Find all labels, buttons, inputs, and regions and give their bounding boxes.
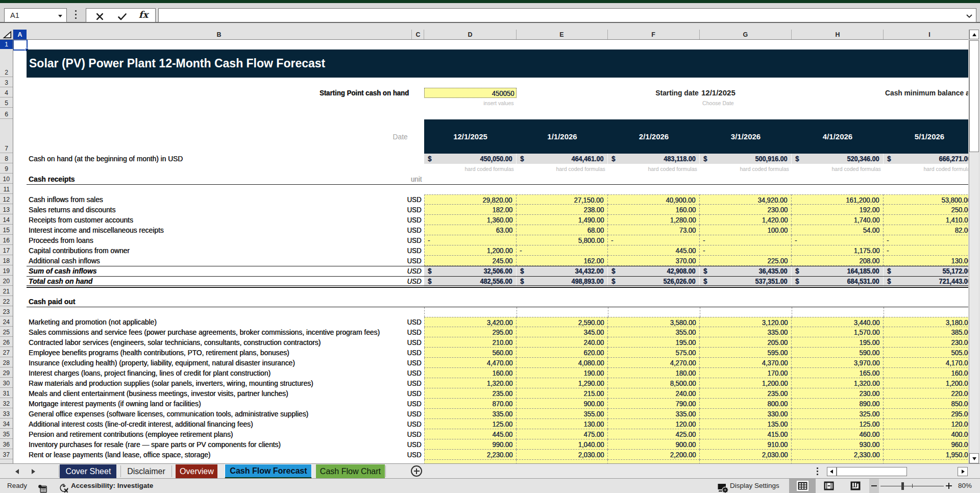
- normal-view-button[interactable]: [789, 479, 816, 493]
- status-display-settings[interactable]: Display Settings: [730, 479, 779, 493]
- receipt-value-cell[interactable]: 445.00: [608, 245, 700, 256]
- receipt-value-cell[interactable]: 192.00: [792, 205, 884, 215]
- paidout-value-cell[interactable]: 1,570.00: [792, 327, 884, 337]
- receipt-value-cell[interactable]: -: [700, 245, 792, 256]
- receipt-value-cell[interactable]: -: [884, 245, 968, 256]
- row-header-6[interactable]: 6: [0, 108, 13, 119]
- row-header-35[interactable]: 35: [0, 429, 13, 439]
- receipt-value-cell[interactable]: 73.00: [608, 225, 700, 235]
- new-sheet-button[interactable]: [411, 465, 422, 477]
- paidout-value-cell[interactable]: 595.00: [700, 348, 792, 358]
- paidout-value-cell[interactable]: 3,180.00: [884, 317, 968, 327]
- total-cash-on-hand-value[interactable]: $482,556.00: [424, 276, 517, 286]
- receipt-value-cell[interactable]: 230.00: [700, 205, 792, 215]
- paidout-value-cell[interactable]: 210.00: [424, 337, 517, 348]
- paidout-value-cell[interactable]: 4,470.00: [424, 358, 517, 368]
- total-cash-on-hand-value[interactable]: $684,531.00: [792, 276, 884, 286]
- empty-input-cell[interactable]: [608, 460, 700, 463]
- paidout-value-cell[interactable]: 3,120.00: [700, 317, 792, 327]
- paidout-value-cell[interactable]: 120.00: [884, 419, 968, 429]
- sheet-tab-cash-flow-forecast[interactable]: Cash Flow Forecast: [225, 464, 312, 479]
- row-header-5[interactable]: 5: [0, 98, 13, 108]
- paidout-value-cell[interactable]: 130.00: [517, 419, 608, 429]
- row-header-11[interactable]: 11: [0, 184, 13, 194]
- cash-on-hand-value[interactable]: $666,271.00: [884, 154, 968, 164]
- paidout-value-cell[interactable]: 4,270.00: [608, 358, 700, 368]
- sheet-tab-overview[interactable]: Overview: [176, 464, 217, 478]
- row-header-2[interactable]: 2: [0, 50, 13, 77]
- scroll-left-button[interactable]: [827, 467, 837, 476]
- empty-input-cell[interactable]: [884, 460, 968, 463]
- paidout-value-cell[interactable]: 990.00: [424, 439, 517, 450]
- row-header-36[interactable]: 36: [0, 439, 13, 449]
- total-cash-on-hand-value[interactable]: $526,026.00: [608, 276, 700, 286]
- tab-scroll-left-icon[interactable]: [15, 469, 19, 474]
- row-header-28[interactable]: 28: [0, 358, 13, 367]
- paidout-value-cell[interactable]: 1,040.00: [517, 439, 608, 450]
- row-header-12[interactable]: 12: [0, 194, 13, 204]
- paidout-value-cell[interactable]: 460.00: [792, 429, 884, 439]
- row-header-25[interactable]: 25: [0, 327, 13, 337]
- empty-input-cell[interactable]: [517, 460, 608, 463]
- row-header-30[interactable]: 30: [0, 378, 13, 388]
- paidout-value-cell[interactable]: 4,370.00: [700, 358, 792, 368]
- row-header-10[interactable]: 10: [0, 174, 13, 184]
- paidout-value-cell[interactable]: 3,970.00: [792, 358, 884, 368]
- paidout-value-cell[interactable]: 850.00: [884, 399, 968, 409]
- paidout-value-cell[interactable]: 385.00: [884, 327, 968, 337]
- horizontal-scroll-thumb[interactable]: [837, 467, 907, 476]
- paidout-value-cell[interactable]: 3,440.00: [792, 317, 884, 327]
- paidout-value-cell[interactable]: 575.00: [608, 348, 700, 358]
- sheet-tab-cover-sheet[interactable]: Cover Sheet: [60, 464, 116, 478]
- paidout-value-cell[interactable]: 900.00: [608, 439, 700, 450]
- scroll-up-button[interactable]: [969, 30, 979, 39]
- column-header-I[interactable]: I: [884, 30, 968, 39]
- paidout-value-cell[interactable]: 195.00: [792, 337, 884, 348]
- sheet-tab-cash-flow-chart[interactable]: Cash Flow Chart: [316, 464, 385, 478]
- sheet-grid[interactable]: Solar (PV) Power Plant 12-Month Cash Flo…: [13, 40, 968, 463]
- zoom-out-button[interactable]: [869, 479, 879, 493]
- cash-on-hand-value[interactable]: $500,916.00: [700, 154, 792, 164]
- receipt-value-cell[interactable]: 160.00: [608, 205, 700, 215]
- receipt-value-cell[interactable]: -: [608, 235, 700, 245]
- row-header-34[interactable]: 34: [0, 419, 13, 429]
- page-break-view-button[interactable]: [842, 479, 869, 493]
- macro-record-icon[interactable]: [38, 482, 47, 493]
- paidout-value-cell[interactable]: 2,200.00: [608, 450, 700, 460]
- row-header-7[interactable]: 7: [0, 119, 13, 153]
- receipt-value-cell[interactable]: 53,800.00: [884, 194, 968, 205]
- paidout-value-cell[interactable]: 1,320.00: [424, 378, 517, 388]
- receipt-value-cell[interactable]: -: [884, 235, 968, 245]
- receipt-value-cell[interactable]: 1,740.00: [792, 215, 884, 225]
- receipt-value-cell[interactable]: 225.00: [700, 256, 792, 266]
- paidout-value-cell[interactable]: 205.00: [700, 337, 792, 348]
- column-header-D[interactable]: D: [424, 30, 517, 39]
- column-header-G[interactable]: G: [700, 30, 792, 39]
- paidout-value-cell[interactable]: 3,420.00: [424, 317, 517, 327]
- receipt-value-cell[interactable]: -: [517, 245, 608, 256]
- sum-of-cash-inflows-value[interactable]: $55,172.00: [884, 266, 968, 276]
- receipt-value-cell[interactable]: -: [424, 235, 517, 245]
- tabbar-kebab-icon[interactable]: [817, 467, 819, 477]
- row-header-18[interactable]: 18: [0, 256, 13, 265]
- row-header-13[interactable]: 13: [0, 205, 13, 214]
- paidout-value-cell[interactable]: 560.00: [424, 348, 517, 358]
- paidout-value-cell[interactable]: 2,030.00: [700, 450, 792, 460]
- tab-scroll-right-icon[interactable]: [32, 469, 35, 474]
- paidout-value-cell[interactable]: 1,290.00: [517, 378, 608, 388]
- empty-input-cell[interactable]: [792, 460, 884, 463]
- receipt-value-cell[interactable]: 130.00: [884, 256, 968, 266]
- empty-input-cell[interactable]: [424, 460, 517, 463]
- paidout-value-cell[interactable]: 230.00: [884, 337, 968, 348]
- paidout-value-cell[interactable]: 295.00: [424, 327, 517, 337]
- paidout-value-cell[interactable]: 3,580.00: [608, 317, 700, 327]
- paidout-value-cell[interactable]: 215.00: [517, 388, 608, 399]
- row-header-19[interactable]: 19: [0, 266, 13, 276]
- row-header-32[interactable]: 32: [0, 399, 13, 408]
- status-accessibility[interactable]: Accessibility: Investigate: [71, 479, 153, 493]
- row-header-20[interactable]: 20: [0, 276, 13, 286]
- paidout-value-cell[interactable]: 335.00: [424, 409, 517, 419]
- row-header-4[interactable]: 4: [0, 88, 13, 97]
- paidout-value-cell[interactable]: 590.00: [792, 348, 884, 358]
- row-header-9[interactable]: 9: [0, 164, 13, 174]
